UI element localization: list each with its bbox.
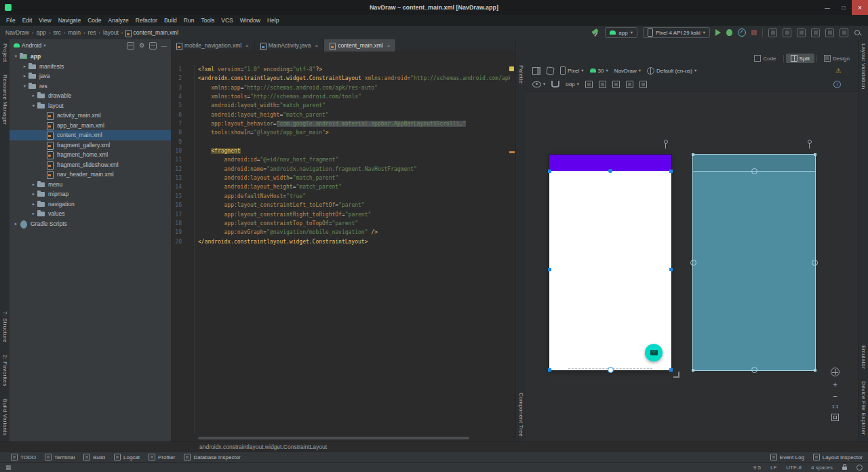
tab-close-icon[interactable]: × [315,43,318,49]
view-options-dropdown[interactable]: ▾ [532,81,545,87]
breadcrumb-item-res[interactable]: res [88,29,96,36]
tool-window-switcher-icon[interactable]: ▦ [5,464,12,471]
code-line[interactable]: 2<androidx.constraintlayout.widget.Const… [171,74,510,83]
selection-handle[interactable] [692,369,694,372]
profile-button[interactable] [738,28,746,37]
device-selector[interactable]: Pixel 4 API 29 kski ▾ [643,27,710,38]
pan-icon[interactable] [831,368,840,376]
minimize-button[interactable]: — [819,0,835,15]
code-line[interactable]: 10 <fragment [171,146,510,155]
menu-view[interactable]: View [35,17,54,24]
device-manager-button[interactable] [783,28,791,37]
code-line[interactable]: 17 app:layout_constraintRight_toRightOf=… [171,210,510,219]
code-line[interactable]: 16 app:layout_constraintLeft_toLeftOf="p… [171,201,510,210]
code-line[interactable]: 14 android:layout_height="match_parent" [171,182,510,191]
tree-item-navigation[interactable]: ▸navigation [9,199,171,210]
breadcrumb-item-navdraw[interactable]: NavDraw [5,29,29,36]
design-canvas[interactable]: + − 1:1 [526,91,859,442]
tool-button-7-structure[interactable]: 7: Structure [2,311,8,344]
indicator-icon[interactable] [856,465,863,471]
tool-button-layout-validation[interactable]: Layout Validation [861,43,867,91]
device-dropdown[interactable]: Pixel ▾ [560,66,584,75]
debug-button[interactable] [726,29,732,36]
tree-item-app[interactable]: ▾app [9,52,171,62]
maximize-button[interactable]: □ [835,0,852,15]
code-line[interactable]: 12 android:name="androidx.navigation.fra… [171,165,510,174]
tab-close-icon[interactable]: × [387,43,391,49]
code-line[interactable]: 9 [171,138,510,146]
horizontal-scrollbar[interactable] [198,437,469,439]
status-utf-8[interactable]: UTF-8 [786,465,802,471]
selection-handle[interactable] [548,368,551,372]
selection-handle[interactable] [814,153,816,156]
zoom-reset-button[interactable]: 1:1 [832,404,839,409]
selection-handle[interactable] [548,170,551,173]
resize-handle[interactable] [673,372,679,378]
autoconnect-magnet-icon[interactable] [551,81,559,87]
orientation-icon[interactable] [546,66,554,75]
tool-button-emulator[interactable]: Emulator [861,345,867,370]
tool-window-button-build[interactable]: Build [83,454,105,460]
tool-button-build-variants[interactable]: Build Variants [2,399,8,437]
error-stripe-mark[interactable] [509,151,515,153]
tool-button-resource-manager[interactable]: Resource Manager [2,75,8,126]
search-everywhere-icon[interactable] [854,29,861,37]
constraint-anchor[interactable] [812,260,818,266]
project-view-selector[interactable]: Android [22,42,41,49]
selection-handle[interactable] [669,368,673,372]
tree-item-mipmap[interactable]: ▸mipmap [9,189,171,199]
breadcrumb-item-layout[interactable]: layout [103,29,119,36]
tool-window-button-event-log[interactable]: Event Log [770,454,804,460]
collapse-all-icon[interactable] [149,42,157,50]
selection-handle[interactable] [692,153,694,156]
editor-tab-mobile-navigation-xml[interactable]: mobile_navigation.xml× [171,39,255,52]
status-lf[interactable]: LF [770,465,776,471]
tool-window-button-layout-inspector[interactable]: Layout Inspector [813,454,863,460]
design-surface-icon[interactable] [532,67,540,75]
tool-window-button-database-inspector[interactable]: Database Inspector [184,454,240,460]
constraint-anchor[interactable] [608,367,614,373]
menu-file[interactable]: File [3,17,19,24]
code-line[interactable]: 3 xmlns:app="http://schemas.android.com/… [171,83,510,92]
inspection-status-icon[interactable] [509,66,514,71]
locale-dropdown[interactable]: Default (en-us) ▾ [647,67,696,75]
editor-tab-mainactivity-java[interactable]: MainActivity.java× [255,39,324,52]
menu-build[interactable]: Build [161,17,180,24]
code-line[interactable]: 7 app:layout_behavior="com.google.androi… [171,119,510,128]
guidelines-icon[interactable] [639,81,647,88]
component-tree-tab[interactable]: Component Tree [518,393,524,437]
tab-close-icon[interactable]: × [245,43,249,49]
code-line[interactable]: 5 android:layout_width="match_parent" [171,101,510,110]
api-dropdown[interactable]: 30 ▾ [590,68,608,74]
menu-window[interactable]: Window [237,17,264,24]
align-icon[interactable] [626,81,633,88]
menu-help[interactable]: Help [264,17,282,24]
tool-button-device-file-explorer[interactable]: Device File Explorer [861,381,867,437]
editor-tab-content-main-xml[interactable]: content_main.xml× [324,39,396,52]
tree-item-fragment-slideshow-xml[interactable]: fragment_slideshow.xml [9,160,171,170]
code-line[interactable]: 1<?xml version="1.0" encoding="utf-8"?> [171,65,510,74]
apply-changes-button[interactable] [768,28,777,37]
locate-file-icon[interactable] [127,42,134,50]
info-icon[interactable]: i [833,81,841,88]
palette-tab[interactable]: Palette [518,65,524,84]
code-line[interactable]: 20</androidx.constraintlayout.widget.Con… [171,237,510,246]
gear-icon[interactable]: ⚙ [139,43,144,49]
mode-design-button[interactable]: Design [819,54,854,63]
breadcrumb-item-main[interactable]: main [68,29,81,36]
menu-vcs[interactable]: VCS [218,17,236,24]
zoom-fit-button[interactable] [831,414,839,421]
tree-item-manifests[interactable]: ▸manifests [9,62,171,72]
selection-handle[interactable] [548,268,551,271]
tree-item-gradle-scripts[interactable]: ▸Gradle Scripts [9,219,171,229]
tree-item-fragment-gallery-xml[interactable]: fragment_gallery.xml [9,140,171,151]
tool-window-button-terminal[interactable]: Terminal [45,454,75,460]
run-configuration-selector[interactable]: app ▾ [605,27,637,38]
tool-window-button-todo[interactable]: TODO [11,454,36,460]
xml-breadcrumb[interactable]: androidx.constraintlayout.widget.Constra… [199,442,327,452]
tool-button-2-favorites[interactable]: 2: Favorites [2,355,8,388]
tree-item-app-bar-main-xml[interactable]: app_bar_main.xml [9,121,171,131]
clear-constraints-icon[interactable] [585,81,593,88]
run-button[interactable] [715,29,721,36]
status-9-5[interactable]: 9:5 [753,465,761,471]
